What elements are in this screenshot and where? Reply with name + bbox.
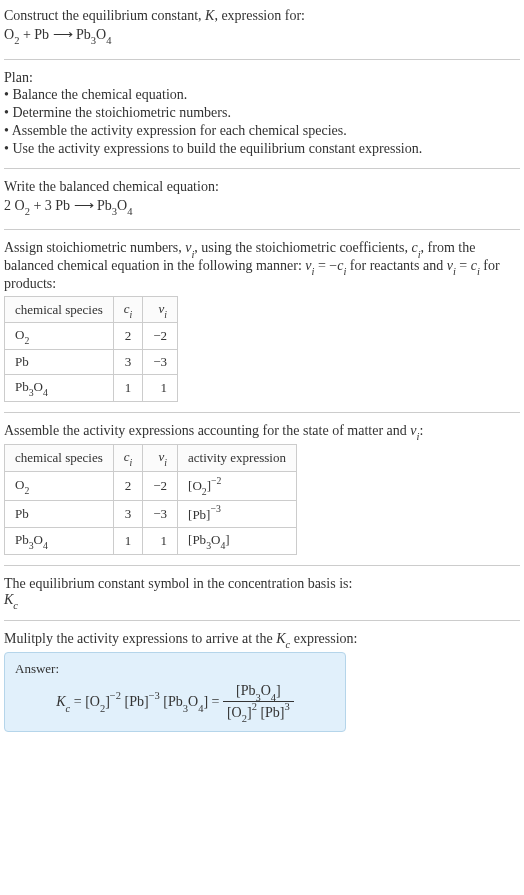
table-row: Pb3O4 1 1 <box>5 374 178 401</box>
eqsym-K: K <box>4 592 13 607</box>
table-header-row: chemical species ci νi <box>5 296 178 323</box>
multiply-text: Mulitply the activity expressions to arr… <box>4 631 520 649</box>
t2-r2c3: −3 <box>143 500 178 527</box>
intro-text2: , expression for: <box>214 8 305 23</box>
assign-eq2: = <box>456 258 471 273</box>
t2-h3: νi <box>143 445 178 472</box>
divider <box>4 412 520 413</box>
assign-t1: Assign stoichiometric numbers, <box>4 240 185 255</box>
plan-b3: • Assemble the activity expression for e… <box>4 122 520 140</box>
bal-3: 3 <box>112 206 117 217</box>
mult-t1: Mulitply the activity expressions to arr… <box>4 631 276 646</box>
ans-pb: [Pb] <box>121 694 149 709</box>
t1-r2c2: 3 <box>113 349 143 374</box>
ans-exp1: −2 <box>110 690 121 701</box>
t2r1c4b: 2 <box>202 486 207 497</box>
den-b: 2 <box>242 713 247 724</box>
multiply-section: Mulitply the activity expressions to arr… <box>4 627 520 736</box>
table-header-row: chemical species ci νi activity expressi… <box>5 445 297 472</box>
mult-t2: expression: <box>290 631 357 646</box>
t1r3d: 4 <box>43 387 48 398</box>
t2r2c4b: −3 <box>210 503 220 514</box>
ans-br2: ] = <box>203 694 223 709</box>
balanced-equation: 2 O2 + 3 Pb ⟶ Pb3O4 <box>4 195 520 220</box>
assign-section: Assign stoichiometric numbers, νi, using… <box>4 236 520 405</box>
answer-label: Answer: <box>15 661 335 677</box>
eq-plus: + Pb ⟶ Pb <box>19 27 90 42</box>
asm-nu: ν <box>410 423 416 438</box>
intro-K: K <box>205 8 214 23</box>
assign-eq1: = − <box>314 258 337 273</box>
t1-h2c: c <box>124 301 130 316</box>
divider <box>4 168 520 169</box>
activity-table: chemical species ci νi activity expressi… <box>4 444 297 554</box>
balanced-section: Write the balanced chemical equation: 2 … <box>4 175 520 224</box>
table-row: Pb 3 −3 <box>5 349 178 374</box>
ans-c: c <box>66 703 71 714</box>
table-row: O2 2 −2 [O2]−2 <box>5 471 297 500</box>
frac-den: [O2]2 [Pb]3 <box>223 702 294 722</box>
eq-o2sub: 2 <box>14 35 19 46</box>
plan-b1: • Balance the chemical equation. <box>4 86 520 104</box>
t1r1b: 2 <box>24 335 29 346</box>
t2-r2c2: 3 <box>113 500 143 527</box>
t2-r2c1: Pb <box>5 500 114 527</box>
intro-text: Construct the equilibrium constant, <box>4 8 205 23</box>
den-e2: 3 <box>285 701 290 712</box>
assign-ci2: i <box>343 266 346 277</box>
assign-t4: for reactants and <box>346 258 446 273</box>
intro-equation: O2 + Pb ⟶ Pb3O4 <box>4 24 520 49</box>
assign-t2: , using the stoichiometric coefficients, <box>194 240 411 255</box>
num-a: [Pb <box>236 683 255 698</box>
eq-o4: 4 <box>106 35 111 46</box>
t1-h3s: i <box>164 309 167 320</box>
assign-i3: i <box>453 266 456 277</box>
ans-O: O <box>188 694 198 709</box>
answer-fraction: [Pb3O4][O2]2 [Pb]3 <box>223 683 294 722</box>
bal-2o: 2 O <box>4 198 25 213</box>
t2-r1c4: [O2]−2 <box>178 471 297 500</box>
t2-r3c3: 1 <box>143 528 178 555</box>
eq-o: O <box>4 27 14 42</box>
intro-line: Construct the equilibrium constant, K, e… <box>4 8 520 24</box>
assign-i: i <box>191 249 194 260</box>
t2-r3c1: Pb3O4 <box>5 528 114 555</box>
ans-K: K <box>56 694 65 709</box>
table-row: Pb 3 −3 [Pb]−3 <box>5 500 297 527</box>
assign-nu3: ν <box>447 258 453 273</box>
t2r3c4c: O <box>211 532 220 547</box>
divider <box>4 565 520 566</box>
t1-h3: νi <box>143 296 178 323</box>
bal-O: O <box>117 198 127 213</box>
asm-i: i <box>417 431 420 442</box>
t1r3a: Pb <box>15 379 29 394</box>
table-row: O2 2 −2 <box>5 323 178 350</box>
t2-r2c4: [Pb]−3 <box>178 500 297 527</box>
den-c: ] <box>247 705 252 720</box>
den-e1: 2 <box>252 701 257 712</box>
ans-s3: 3 <box>183 703 188 714</box>
ans-o2: 2 <box>100 703 105 714</box>
t1-r2c1: Pb <box>5 349 114 374</box>
t1-r2c3: −3 <box>143 349 178 374</box>
t2r2c4a: [Pb] <box>188 507 210 522</box>
t2-h4: activity expression <box>178 445 297 472</box>
t1r3c: O <box>34 379 43 394</box>
balanced-heading: Write the balanced chemical equation: <box>4 179 520 195</box>
t2-h2: ci <box>113 445 143 472</box>
t1-r3c2: 1 <box>113 374 143 401</box>
bal-o2: 2 <box>25 206 30 217</box>
t1-h2: ci <box>113 296 143 323</box>
plan-b2: • Determine the stoichiometric numbers. <box>4 104 520 122</box>
answer-box: Answer: Kc = [O2]−2 [Pb]−3 [Pb3O4] = [Pb… <box>4 652 346 731</box>
mult-K: K <box>276 631 285 646</box>
t2r3c: O <box>34 532 43 547</box>
divider <box>4 620 520 621</box>
t2-r3c4: [Pb3O4] <box>178 528 297 555</box>
t2-r3c2: 1 <box>113 528 143 555</box>
assign-nu2: ν <box>305 258 311 273</box>
ans-eq: = [O <box>70 694 100 709</box>
t1-r1c1: O2 <box>5 323 114 350</box>
plan-heading: Plan: <box>4 70 520 86</box>
num-d: 4 <box>271 692 276 703</box>
